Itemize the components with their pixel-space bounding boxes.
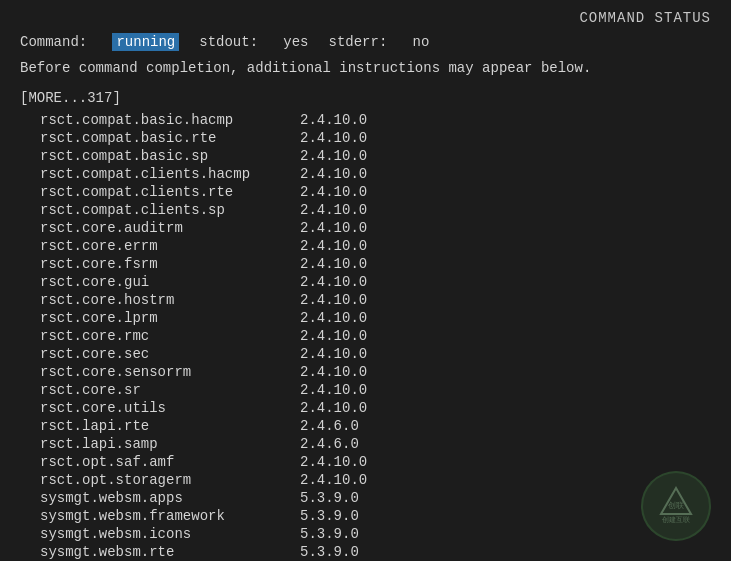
package-name: rsct.core.hostrm — [20, 292, 300, 308]
command-value: running — [112, 33, 179, 51]
package-version: 2.4.10.0 — [300, 256, 367, 272]
list-item: rsct.opt.storagerm2.4.10.0 — [20, 472, 711, 488]
package-version: 2.4.10.0 — [300, 454, 367, 470]
command-status-title: COMMAND STATUS — [579, 10, 711, 26]
list-item: rsct.compat.basic.rte2.4.10.0 — [20, 130, 711, 146]
package-name: rsct.compat.basic.hacmp — [20, 112, 300, 128]
list-item: rsct.core.sec2.4.10.0 — [20, 346, 711, 362]
list-item: rsct.core.sensorrm2.4.10.0 — [20, 364, 711, 380]
package-version: 2.4.6.0 — [300, 418, 359, 434]
package-name: rsct.core.sensorrm — [20, 364, 300, 380]
package-name: rsct.opt.saf.amf — [20, 454, 300, 470]
header-bar: COMMAND STATUS — [0, 10, 731, 26]
package-version: 2.4.10.0 — [300, 292, 367, 308]
package-name: rsct.core.rmc — [20, 328, 300, 344]
package-name: rsct.core.fsrm — [20, 256, 300, 272]
more-indicator: [MORE...317] — [20, 90, 711, 106]
content-area: Command: running stdout: yes stderr: no … — [0, 34, 731, 561]
svg-text:创联: 创联 — [668, 501, 684, 510]
package-version: 2.4.10.0 — [300, 364, 367, 380]
command-label: Command: running — [20, 34, 179, 50]
package-name: rsct.core.errm — [20, 238, 300, 254]
package-name: rsct.core.utils — [20, 400, 300, 416]
package-name: rsct.core.gui — [20, 274, 300, 290]
package-version: 2.4.10.0 — [300, 220, 367, 236]
package-name: rsct.compat.basic.rte — [20, 130, 300, 146]
package-version: 2.4.10.0 — [300, 130, 367, 146]
package-version: 2.4.10.0 — [300, 112, 367, 128]
list-item: rsct.compat.clients.rte2.4.10.0 — [20, 184, 711, 200]
package-version: 2.4.10.0 — [300, 238, 367, 254]
package-name: rsct.compat.clients.hacmp — [20, 166, 300, 182]
package-name: rsct.compat.clients.rte — [20, 184, 300, 200]
packages-list: rsct.compat.basic.hacmp2.4.10.0rsct.comp… — [20, 112, 711, 561]
package-name: rsct.core.sr — [20, 382, 300, 398]
watermark-text: 创建互联 — [662, 516, 690, 525]
package-name: rsct.lapi.rte — [20, 418, 300, 434]
list-item: rsct.core.fsrm2.4.10.0 — [20, 256, 711, 272]
package-version: 5.3.9.0 — [300, 508, 359, 524]
list-item: rsct.core.errm2.4.10.0 — [20, 238, 711, 254]
package-name: rsct.compat.basic.sp — [20, 148, 300, 164]
list-item: rsct.compat.basic.sp2.4.10.0 — [20, 148, 711, 164]
list-item: rsct.compat.basic.hacmp2.4.10.0 — [20, 112, 711, 128]
list-item: rsct.lapi.rte2.4.6.0 — [20, 418, 711, 434]
list-item: rsct.core.gui2.4.10.0 — [20, 274, 711, 290]
package-version: 2.4.10.0 — [300, 274, 367, 290]
package-version: 2.4.10.0 — [300, 400, 367, 416]
package-name: sysmgt.websm.framework — [20, 508, 300, 524]
package-name: rsct.opt.storagerm — [20, 472, 300, 488]
list-item: rsct.core.auditrm2.4.10.0 — [20, 220, 711, 236]
list-item: sysmgt.websm.framework5.3.9.0 — [20, 508, 711, 524]
terminal-container: COMMAND STATUS Command: running stdout: … — [0, 0, 731, 561]
stderr-info: stderr: no — [329, 34, 430, 50]
list-item: rsct.compat.clients.sp2.4.10.0 — [20, 202, 711, 218]
package-version: 2.4.10.0 — [300, 148, 367, 164]
stdout-info: stdout: yes — [199, 34, 308, 50]
list-item: rsct.core.hostrm2.4.10.0 — [20, 292, 711, 308]
package-name: sysmgt.websm.icons — [20, 526, 300, 542]
package-name: rsct.core.auditrm — [20, 220, 300, 236]
list-item: rsct.core.lprm2.4.10.0 — [20, 310, 711, 326]
package-version: 2.4.6.0 — [300, 436, 359, 452]
list-item: rsct.lapi.samp2.4.6.0 — [20, 436, 711, 452]
package-version: 2.4.10.0 — [300, 184, 367, 200]
package-version: 2.4.10.0 — [300, 382, 367, 398]
package-version: 2.4.10.0 — [300, 346, 367, 362]
package-version: 5.3.9.0 — [300, 490, 359, 506]
package-name: rsct.core.lprm — [20, 310, 300, 326]
list-item: rsct.opt.saf.amf2.4.10.0 — [20, 454, 711, 470]
watermark-icon: 创联 — [656, 486, 696, 516]
package-name: rsct.compat.clients.sp — [20, 202, 300, 218]
list-item: sysmgt.websm.icons5.3.9.0 — [20, 526, 711, 542]
package-version: 2.4.10.0 — [300, 166, 367, 182]
package-version: 2.4.10.0 — [300, 310, 367, 326]
command-info-line: Command: running stdout: yes stderr: no — [20, 34, 711, 50]
list-item: sysmgt.websm.apps5.3.9.0 — [20, 490, 711, 506]
watermark: 创联 创建互联 — [641, 471, 711, 541]
package-name: sysmgt.websm.rte — [20, 544, 300, 560]
package-version: 2.4.10.0 — [300, 472, 367, 488]
package-name: rsct.core.sec — [20, 346, 300, 362]
list-item: rsct.core.rmc2.4.10.0 — [20, 328, 711, 344]
package-version: 2.4.10.0 — [300, 202, 367, 218]
list-item: rsct.compat.clients.hacmp2.4.10.0 — [20, 166, 711, 182]
package-version: 5.3.9.0 — [300, 544, 359, 560]
list-item: rsct.core.sr2.4.10.0 — [20, 382, 711, 398]
status-message: Before command completion, additional in… — [20, 60, 711, 76]
package-version: 2.4.10.0 — [300, 328, 367, 344]
watermark-circle: 创联 创建互联 — [641, 471, 711, 541]
package-name: sysmgt.websm.apps — [20, 490, 300, 506]
list-item: rsct.core.utils2.4.10.0 — [20, 400, 711, 416]
package-version: 5.3.9.0 — [300, 526, 359, 542]
package-name: rsct.lapi.samp — [20, 436, 300, 452]
list-item: sysmgt.websm.rte5.3.9.0 — [20, 544, 711, 560]
